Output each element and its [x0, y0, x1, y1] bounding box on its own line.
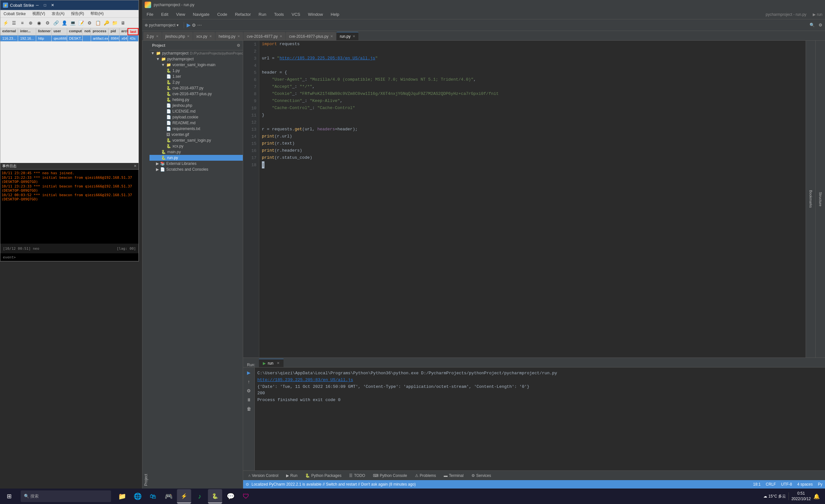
tab-hebing[interactable]: hebing.py ✕	[215, 32, 243, 40]
cs-toolbar-btn6[interactable]: ⚙	[44, 19, 51, 27]
tree-vcenter-gif[interactable]: 🖼 vcenter.gif	[150, 132, 243, 138]
toolbar-settings-btn[interactable]: ⚙	[192, 22, 196, 28]
structure-strip[interactable]: Structure	[815, 40, 825, 357]
tree-root[interactable]: ▼ 📁 pycharmproject D:/PycharmProjects/py…	[150, 50, 243, 56]
tab-runpy-close[interactable]: ✕	[353, 34, 355, 38]
cs-menu-help[interactable]: 帮助(H)	[88, 10, 105, 17]
cs-minimize-btn[interactable]: ─	[34, 2, 41, 8]
tree-cve2[interactable]: 🐍 cve-2016-4977-plus.py	[150, 91, 243, 97]
btn-services[interactable]: ⚙ Services	[469, 473, 494, 479]
toolbar-run-btn[interactable]: ▶	[186, 22, 191, 28]
sidebar-gear-icon[interactable]: ⚙	[237, 43, 240, 48]
cs-toolbar-btn2[interactable]: ☰	[10, 19, 18, 27]
cs-eventlog-close[interactable]: ✕	[134, 164, 137, 168]
taskbar-app-spotify[interactable]: ♪	[193, 489, 207, 503]
status-lang[interactable]: Py	[818, 482, 822, 487]
run-tab-close[interactable]: ✕	[277, 361, 280, 365]
status-indent[interactable]: 4 spaces	[797, 482, 813, 487]
cs-maximize-btn[interactable]: □	[42, 2, 48, 8]
tree-jieshou[interactable]: 📄 jieshou.php	[150, 103, 243, 108]
tab-cve1-close[interactable]: ✕	[280, 34, 282, 38]
cs-toolbar-btn7[interactable]: 🔗	[52, 19, 60, 27]
project-tab[interactable]: Project	[142, 40, 150, 489]
menu-refactor[interactable]: Refactor	[233, 11, 253, 18]
btn-python-console[interactable]: ⌨ Python Console	[370, 473, 410, 479]
cs-toolbar-btn3[interactable]: ≡	[18, 19, 26, 27]
menu-navigate[interactable]: Navigate	[191, 11, 211, 18]
tree-run[interactable]: 🐍 run.py	[150, 155, 243, 161]
menu-view[interactable]: View	[174, 11, 187, 18]
tree-xcx[interactable]: 🐍 xcx.py	[150, 143, 243, 149]
status-crlf[interactable]: CRLF	[766, 482, 776, 487]
bookmarks-strip[interactable]: Bookmarks	[806, 40, 815, 357]
run-clear-btn[interactable]: 🗑	[245, 405, 253, 413]
cs-toolbar-btn9[interactable]: 💻	[69, 19, 77, 27]
cs-toolbar-btn10[interactable]: 📝	[77, 19, 85, 27]
tab-xcx[interactable]: xcx.py ✕	[193, 32, 215, 40]
btn-run[interactable]: ▶ Run	[284, 473, 300, 479]
run-play-btn[interactable]: ▶	[245, 369, 253, 376]
taskbar-app-store[interactable]: 🛍	[146, 489, 160, 503]
taskbar-app-edge[interactable]: 🌐	[131, 489, 145, 503]
taskbar-app-security[interactable]: 🛡	[239, 489, 253, 503]
tree-1ser[interactable]: 📄 1.ser	[150, 74, 243, 79]
cs-toolbar-btn14[interactable]: 📁	[111, 19, 119, 27]
tree-1py[interactable]: 🐍 1.py	[150, 68, 243, 74]
menu-code[interactable]: Code	[215, 11, 229, 18]
taskbar-search[interactable]: 🔍 搜索	[21, 491, 111, 502]
tree-requirements[interactable]: 📄 requirements.txt	[150, 126, 243, 132]
tree-license[interactable]: 📄 LICENSE.md	[150, 108, 243, 114]
tree-cve1[interactable]: 🐍 cve-2016-4977.py	[150, 85, 243, 91]
tab-2py[interactable]: 2.py ✕	[143, 32, 162, 40]
toolbar-gear-btn[interactable]: ⚙	[819, 22, 822, 27]
cs-menu-report[interactable]: 报告(R)	[69, 10, 86, 17]
cs-toolbar-btn15[interactable]: 🖥	[119, 19, 127, 27]
run-pause-btn[interactable]: ⏸	[245, 396, 253, 404]
tab-cve2[interactable]: cve-2016-4977-plus.py ✕	[286, 32, 336, 40]
btn-problems[interactable]: ⚠ Problems	[412, 473, 439, 479]
tab-xcx-close[interactable]: ✕	[209, 34, 212, 38]
taskbar-app-pycharm[interactable]: 🐍	[208, 489, 222, 503]
cs-menu-view[interactable]: 视图(V)	[30, 10, 47, 17]
tree-vcenter-saml[interactable]: 🐍 vcenter_saml_login.py	[150, 138, 243, 143]
run-link[interactable]: http://185.239.225.205:83/en_US/all.js	[257, 377, 353, 383]
tree-ext-libs[interactable]: ▶ 📚 External Libraries	[150, 161, 243, 167]
cs-menu-attack[interactable]: 攻击(A)	[50, 10, 67, 17]
taskbar-app-cobalt[interactable]: ⚡	[177, 489, 191, 503]
tab-jieshou-close[interactable]: ✕	[187, 34, 190, 38]
tree-main[interactable]: 🐍 main.py	[150, 149, 243, 155]
cs-menu-cobalt[interactable]: Cobalt Strike	[2, 11, 28, 17]
tab-cve1[interactable]: cve-2016-4977.py ✕	[243, 32, 286, 40]
menu-tools[interactable]: Tools	[272, 11, 286, 18]
tree-vcenter-folder[interactable]: ▼ 📁 vcenter_saml_login-main	[150, 62, 243, 68]
menu-window[interactable]: Window	[306, 11, 325, 18]
run-link-line[interactable]: http://185.239.225.205:83/en_US/all.js	[257, 377, 822, 384]
cs-toolbar-btn12[interactable]: 📋	[94, 19, 102, 27]
taskbar-app-wechat[interactable]: 💬	[223, 489, 238, 503]
taskbar-app-xbox[interactable]: 🎮	[161, 489, 176, 503]
cs-toolbar-btn8[interactable]: 👤	[60, 19, 68, 27]
tree-hebing[interactable]: 🐍 hebing.py	[150, 97, 243, 103]
cs-toolbar-btn11[interactable]: ⚙	[86, 19, 93, 27]
taskbar-app-file[interactable]: 📁	[115, 489, 129, 503]
run-stop-btn[interactable]: ⚙	[245, 387, 253, 395]
menu-vcs[interactable]: VCS	[290, 11, 302, 18]
menu-run[interactable]: Run	[257, 11, 268, 18]
toolbar-more-btn[interactable]: ⋯	[197, 22, 202, 28]
menu-edit[interactable]: Edit	[159, 11, 170, 18]
status-line-col[interactable]: 18:1	[753, 482, 760, 487]
tree-readme[interactable]: 📄 README.md	[150, 120, 243, 126]
btn-todo[interactable]: ☰ TODO	[347, 473, 367, 479]
btn-version-control[interactable]: ⑃ Version Control	[246, 473, 281, 479]
editor-code[interactable]: import requests url = "http://185.239.22…	[259, 40, 806, 357]
menu-file[interactable]: File	[145, 11, 155, 18]
cs-toolbar-btn4[interactable]: ⊕	[27, 19, 34, 27]
start-button[interactable]: ⊞	[0, 489, 18, 504]
run-rerun-btn[interactable]: ↑	[245, 378, 253, 386]
tree-pycharmproject[interactable]: ▼ 📁 pycharmproject	[150, 56, 243, 62]
tab-hebing-close[interactable]: ✕	[237, 34, 240, 38]
tab-cve2-close[interactable]: ✕	[330, 34, 333, 38]
tab-jieshou[interactable]: jieshou.php ✕	[162, 32, 193, 40]
editor-content[interactable]: 1 2 3 4 5 6 7 8 9 10 11 12 13 14 15 16 1	[243, 40, 825, 357]
tree-scratches[interactable]: ▶ 📄 Scratches and Consoles	[150, 167, 243, 172]
